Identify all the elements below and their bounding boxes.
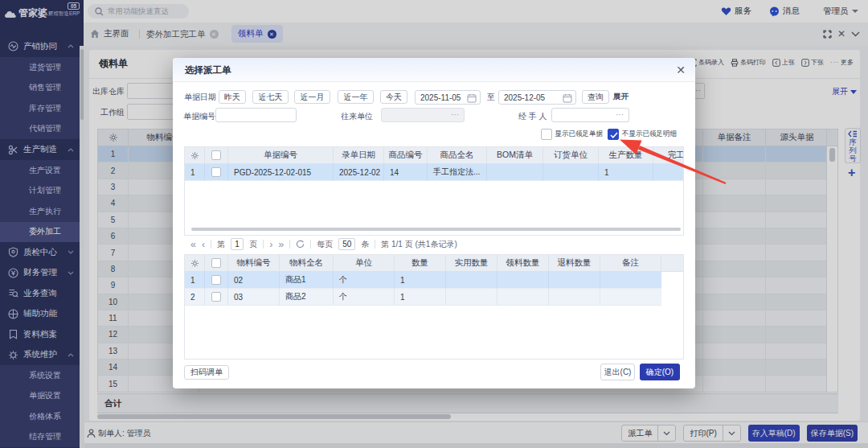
show-fulfilled-checkbox[interactable]: 显示已领足单据 xyxy=(541,129,604,140)
app-root: 常用功能快速直达 服务 消息 管理员 主界面 委外加工完工单 ✕ 领料单 ✕ xyxy=(0,0,868,448)
select-all-checkbox[interactable] xyxy=(205,255,228,271)
row-checkbox[interactable] xyxy=(205,289,228,306)
cell-material-name: 商品1 xyxy=(280,272,334,289)
col-unit: 单位 xyxy=(334,255,395,271)
dispatch-order-modal: 选择派工单 ✕ 单据日期 昨天 近七天 近一月 近一年 今天 2025-11-0… xyxy=(173,58,695,388)
gear-icon[interactable] xyxy=(185,255,205,271)
handler-input[interactable]: ··· xyxy=(551,108,629,122)
col-product-name: 商品全名 xyxy=(428,147,487,163)
cell-picked-qty xyxy=(497,272,549,289)
cell-material-no: 02 xyxy=(228,272,280,289)
col-bom: BOM清单 xyxy=(487,147,543,163)
cell-returned-qty xyxy=(549,272,600,289)
row-number: 1 xyxy=(185,164,205,181)
exit-button[interactable]: 退出(C) xyxy=(600,364,635,380)
orders-table-hscrollbar[interactable] xyxy=(191,228,681,232)
item-row[interactable]: 1 02 商品1 个 1 xyxy=(185,272,661,289)
ellipsis-icon[interactable]: ··· xyxy=(616,110,624,119)
col-order-unit: 订货单位 xyxy=(543,147,599,163)
cell-qty: 1 xyxy=(599,164,653,181)
confirm-button[interactable]: 确定(O) xyxy=(640,364,680,380)
hide-fulfilled-detail-label: 不显示已领足明细 xyxy=(622,129,677,139)
date-to-input[interactable]: 2025-12-05 xyxy=(498,90,576,105)
col-used-qty: 实用数量 xyxy=(446,255,497,271)
date-from-input[interactable]: 2025-11-05 xyxy=(415,90,481,105)
quick-month-button[interactable]: 近一月 xyxy=(294,90,330,104)
page-input[interactable]: 1 xyxy=(231,238,244,250)
modal-title-bar: 选择派工单 ✕ xyxy=(173,58,695,82)
cell-unit: 个 xyxy=(334,289,395,306)
cell-material-name: 商品2 xyxy=(280,289,334,306)
cell-returned-qty xyxy=(549,289,600,306)
checkbox-unchecked-icon[interactable] xyxy=(541,129,552,140)
divider xyxy=(289,240,290,249)
cell-used-qty xyxy=(446,289,497,306)
scrollbar-thumb[interactable] xyxy=(191,228,681,231)
cell-product-name: 手工指定法... xyxy=(428,164,487,181)
cell-bom xyxy=(487,164,543,181)
date-to-value: 2025-12-05 xyxy=(504,93,545,102)
per-page-input[interactable]: 50 xyxy=(338,238,355,250)
col-qty: 生产数量 xyxy=(599,147,653,163)
row-number: 2 xyxy=(185,289,205,306)
col-picked-qty: 领料数量 xyxy=(497,255,549,271)
cell-remark xyxy=(600,272,661,289)
divider xyxy=(310,240,311,249)
quick-today-button[interactable]: 今天 xyxy=(380,90,407,104)
cell-qty: 1 xyxy=(395,272,446,289)
quick-year-button[interactable]: 近一年 xyxy=(338,90,374,104)
per-page-label-post: 条 xyxy=(361,239,369,250)
orders-table: 单据编号 录单日期 商品编号 商品全名 BOM清单 订货单位 生产数量 完工数 … xyxy=(184,146,684,236)
orders-table-header: 单据编号 录单日期 商品编号 商品全名 BOM清单 订货单位 生产数量 完工数 xyxy=(185,147,683,164)
col-material-name: 物料全名 xyxy=(280,255,334,271)
cell-done xyxy=(653,164,684,181)
partner-input[interactable]: ··· xyxy=(381,108,465,122)
order-row[interactable]: 1 PGD-2025-12-02-015 2025-12-02 14 手工指定法… xyxy=(185,164,683,181)
date-range-label: 单据日期 xyxy=(184,92,216,103)
per-page-label-pre: 每页 xyxy=(317,239,333,250)
col-order-no: 单据编号 xyxy=(228,147,334,163)
cell-qty: 1 xyxy=(395,289,446,306)
cell-date: 2025-12-02 xyxy=(334,164,384,181)
items-table-header: 物料编号 物料全名 单位 数量 实用数量 领料数量 退料数量 备注 xyxy=(185,255,683,272)
prev-page-icon[interactable]: ‹ xyxy=(202,240,205,249)
row-number: 1 xyxy=(185,272,205,289)
refresh-icon[interactable] xyxy=(296,240,305,249)
col-returned-qty: 退料数量 xyxy=(549,255,600,271)
cell-material-no: 03 xyxy=(228,289,280,306)
last-page-icon[interactable]: » xyxy=(278,240,284,249)
order-no-input[interactable] xyxy=(215,108,297,122)
col-date: 录单日期 xyxy=(334,147,384,163)
calendar-icon xyxy=(563,93,572,103)
next-page-icon[interactable]: › xyxy=(269,240,272,249)
cell-product-no: 14 xyxy=(384,164,428,181)
show-fulfilled-label: 显示已领足单据 xyxy=(555,129,604,139)
gear-icon[interactable] xyxy=(185,147,205,163)
divider xyxy=(263,240,264,249)
close-icon[interactable]: ✕ xyxy=(676,64,686,76)
modal-title: 选择派工单 xyxy=(185,64,231,76)
col-product-no: 商品编号 xyxy=(384,147,428,163)
checkbox-checked-icon[interactable] xyxy=(608,129,619,140)
hide-fulfilled-detail-checkbox[interactable]: 不显示已领足明细 xyxy=(608,129,677,140)
row-checkbox[interactable] xyxy=(205,272,228,289)
row-checkbox[interactable] xyxy=(205,164,228,181)
ellipsis-icon[interactable]: ··· xyxy=(451,110,459,119)
col-qty: 数量 xyxy=(395,255,446,271)
header-filler xyxy=(661,255,676,271)
quick-yesterday-button[interactable]: 昨天 xyxy=(219,90,246,104)
cell-used-qty xyxy=(446,272,497,289)
cell-remark xyxy=(600,289,661,306)
query-button[interactable]: 查询 xyxy=(582,90,609,104)
quick-week-button[interactable]: 近七天 xyxy=(252,90,289,104)
pagination-bar: « ‹ 第 1 页 › » 每页 50 条 第 1/1 页 (共1条记录) xyxy=(184,236,684,253)
scan-button[interactable]: 扫码调单 xyxy=(184,365,229,380)
select-all-checkbox[interactable] xyxy=(205,147,228,163)
to-label: 至 xyxy=(487,92,495,103)
filter-expand-toggle[interactable]: 展开 xyxy=(613,92,628,102)
col-done: 完工数 xyxy=(653,147,684,163)
item-row[interactable]: 2 03 商品2 个 1 xyxy=(185,289,661,306)
first-page-icon[interactable]: « xyxy=(190,240,196,249)
page-label-pre: 第 xyxy=(217,239,225,250)
date-from-value: 2025-11-05 xyxy=(420,93,461,102)
